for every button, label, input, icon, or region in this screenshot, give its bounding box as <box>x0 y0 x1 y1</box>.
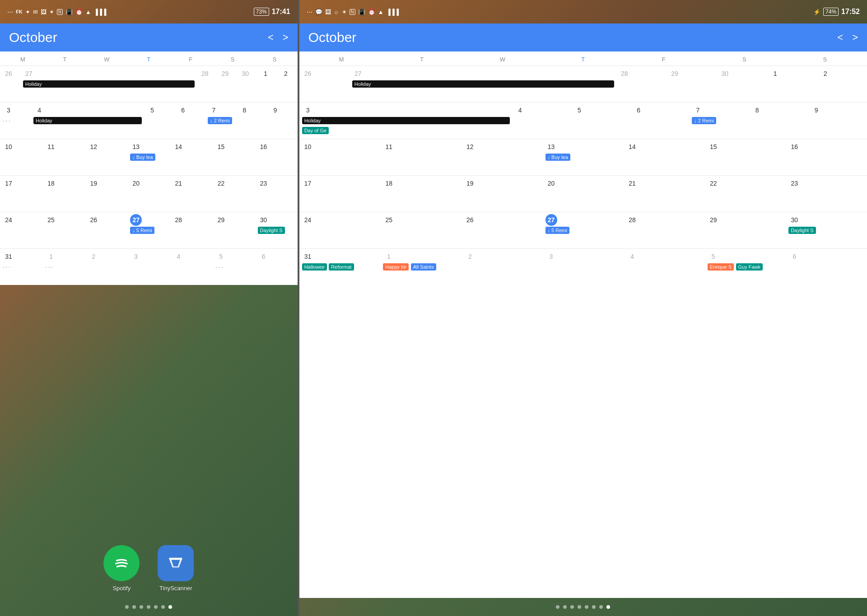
right-day-header-t1: T <box>382 54 462 65</box>
left-calendar-header: October < > <box>0 23 298 51</box>
dot-7-active <box>168 605 172 609</box>
right-event-daylight[interactable]: Daylight S <box>788 227 816 234</box>
cell-24: 24 <box>0 212 42 248</box>
right-cell-28b: 28 <box>624 212 705 248</box>
left-week-6: 31 ··· 1 ··· 2 3 4 5 ··· 6 <box>0 248 298 285</box>
right-calendar: October < > M T W T F S S 26 27 Holiday … <box>299 23 867 598</box>
cell-15: 15 <box>212 139 255 175</box>
right-event-halloween[interactable]: Hallowee <box>302 263 327 271</box>
right-wifi-icon: ▲ <box>378 9 384 15</box>
right-bluetooth-icon: ✶ <box>342 9 347 15</box>
right-alarm-icon: ⏰ <box>368 9 375 15</box>
scanner-icon[interactable] <box>158 545 194 581</box>
spotify-label: Spotify <box>112 585 131 592</box>
cell-21: 21 <box>170 176 212 212</box>
day-header-t1: T <box>44 54 86 65</box>
cell-1a: 1 <box>257 66 277 102</box>
cell-8: 8 <box>236 103 266 139</box>
right-next-arrow[interactable]: > <box>852 32 858 43</box>
svg-rect-4 <box>169 558 182 560</box>
right-week-6: 31 Hallowee Reformat 1 Happy bir All Sai… <box>299 248 867 285</box>
day-header-f: F <box>170 54 212 65</box>
cell-10: 10 <box>0 139 42 175</box>
cell-25: 25 <box>42 212 85 248</box>
tinyscanner-app[interactable]: TinyScanner <box>158 545 194 592</box>
event-holiday-1[interactable]: Holiday <box>23 80 195 88</box>
right-week-4: 17 18 19 20 21 22 23 <box>299 175 867 212</box>
right-event-holiday-2[interactable]: Holiday <box>302 117 510 124</box>
right-nfc-icon: N <box>350 9 355 15</box>
right-cell-3: 3 Holiday Day of Ge <box>299 103 512 139</box>
right-cell-11: 11 <box>380 139 461 175</box>
right-whatsapp-icon: 💬 <box>315 9 322 15</box>
event-buyleave[interactable]: ↓ Buy lea <box>130 154 155 161</box>
right-lightning-icon: ⚡ <box>813 9 820 15</box>
right-event-guyfawkes[interactable]: Guy Fawk <box>736 263 763 271</box>
mail-icon: ✉ <box>33 9 38 15</box>
event-holiday-2[interactable]: Holiday <box>33 117 142 124</box>
right-brightness-icon: ☼ <box>334 9 339 15</box>
cell-2b: 2 <box>85 249 127 285</box>
right-week-5: 24 25 26 27 ↓ 5 Remi 28 29 30 Daylight S <box>299 212 867 248</box>
right-event-buyleave[interactable]: ↓ Buy lea <box>545 154 570 161</box>
cell-19: 19 <box>85 176 127 212</box>
right-event-dayofge[interactable]: Day of Ge <box>302 127 329 134</box>
spotify-app[interactable]: Spotify <box>103 545 140 592</box>
right-cell-6: 6 <box>630 103 689 139</box>
right-calendar-nav[interactable]: < > <box>837 32 858 43</box>
right-cell-29: 29 <box>666 66 716 102</box>
right-cell-3b: 3 <box>543 249 624 285</box>
spotify-icon[interactable] <box>103 545 140 581</box>
cell-27-today: 27 ↓ 5 Remi <box>127 212 170 248</box>
right-day-header-f: F <box>624 54 704 65</box>
right-cell-27-today: 27 ↓ 5 Remi <box>543 212 624 248</box>
right-cell-22: 22 <box>705 176 786 212</box>
right-day-header-t2: T <box>543 54 623 65</box>
left-next-arrow[interactable]: > <box>283 32 289 43</box>
cell-30: 30 <box>237 66 257 102</box>
right-event-holiday-1[interactable]: Holiday <box>352 80 614 88</box>
right-cell-14: 14 <box>624 139 705 175</box>
cell-29: 29 <box>217 66 237 102</box>
event-daylight-left[interactable]: Daylight S <box>258 227 285 234</box>
right-cell-1b: 1 Happy bir All Saints <box>380 249 461 285</box>
left-calendar-nav[interactable]: < > <box>268 32 289 43</box>
left-time: 17:41 <box>272 8 290 16</box>
nfc-icon: N <box>57 9 63 15</box>
right-event-allsaints[interactable]: All Saints <box>411 263 436 271</box>
vibrate-icon: 📳 <box>65 9 73 15</box>
left-prev-arrow[interactable]: < <box>268 32 274 43</box>
right-prev-arrow[interactable]: < <box>837 32 843 43</box>
right-event-happybir[interactable]: Happy bir <box>383 263 409 271</box>
image-icon: 🖼 <box>41 9 47 15</box>
right-event-reformation[interactable]: Reformat <box>329 263 354 271</box>
day-header-s2: S <box>254 54 296 65</box>
right-cell-19: 19 <box>461 176 543 212</box>
right-dot-5 <box>585 605 588 609</box>
cell-20: 20 <box>127 176 170 212</box>
right-event-2remi[interactable]: ↓ 2 Remi <box>692 117 716 124</box>
left-week-3: 10 11 12 13 ↓ Buy lea 14 15 16 <box>0 139 298 175</box>
cell-29b: 29 <box>212 212 255 248</box>
event-5remi[interactable]: ↓ 5 Remi <box>130 227 154 234</box>
right-cell-5: 5 <box>571 103 630 139</box>
event-2remi[interactable]: ↓ 2 Remi <box>208 117 232 124</box>
right-day-headers: M T W T F S S <box>299 51 867 65</box>
cell-4b: 4 <box>170 249 212 285</box>
cell-2a: 2 <box>277 66 298 102</box>
right-status-right: ⚡ 74% 17:52 <box>813 8 860 16</box>
right-event-5remi[interactable]: ↓ 5 Remi <box>545 227 569 234</box>
cell-26: 26 <box>0 66 20 102</box>
right-dot-3 <box>570 605 574 609</box>
left-week-5: 24 25 26 27 ↓ 5 Remi 28 29 30 Daylight S <box>0 212 298 248</box>
right-day-header-s2: S <box>785 54 865 65</box>
right-cell-26: 26 <box>299 66 350 102</box>
right-event-enrique[interactable]: Enrique S <box>708 263 734 271</box>
signal-icon: ▐▐▐ <box>94 9 107 15</box>
right-cell-9: 9 <box>808 103 867 139</box>
left-week-1: 26 27 Holiday 28 29 30 1 2 <box>0 65 298 102</box>
right-cell-20: 20 <box>543 176 624 212</box>
right-cell-2b: 2 <box>461 249 543 285</box>
right-dot-1 <box>556 605 559 609</box>
right-day-header-s1: S <box>704 54 784 65</box>
